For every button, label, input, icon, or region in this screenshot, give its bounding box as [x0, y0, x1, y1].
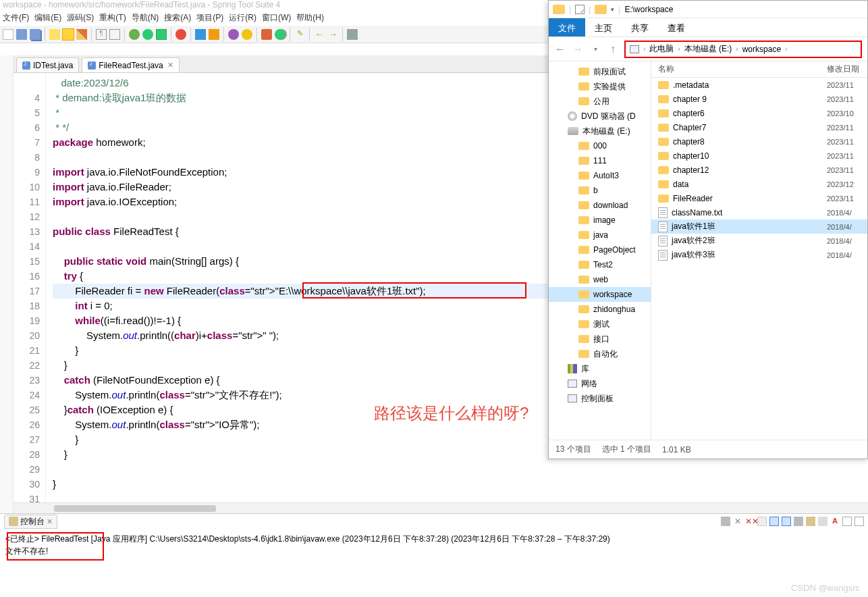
- tree-item[interactable]: 000: [549, 138, 651, 153]
- link-icon[interactable]: [721, 517, 730, 526]
- new-icon[interactable]: [3, 29, 13, 40]
- pin-console-icon[interactable]: [794, 517, 803, 526]
- tree-item[interactable]: 测试: [549, 317, 651, 332]
- fwd-icon[interactable]: →: [327, 29, 338, 40]
- prev-edit-icon[interactable]: ✎: [294, 29, 305, 40]
- stop-icon[interactable]: [261, 29, 272, 40]
- header-date[interactable]: 修改日期: [827, 63, 867, 75]
- nav-up-icon[interactable]: ↑: [607, 43, 619, 55]
- file-item[interactable]: chapter102023/11: [651, 149, 867, 163]
- file-item[interactable]: chapter62023/10: [651, 106, 867, 120]
- console-output[interactable]: <已终止> FileReadTest [Java 应用程序] C:\Users\…: [0, 529, 868, 561]
- code-line[interactable]: }: [53, 477, 855, 492]
- breadcrumb-item[interactable]: 本地磁盘 (E:): [684, 43, 732, 55]
- scroll-lock-icon[interactable]: [769, 517, 779, 526]
- menu-item[interactable]: 运行(R): [229, 13, 256, 22]
- editor-tab[interactable]: IDTest.java: [16, 57, 79, 72]
- toggle-icon[interactable]: [49, 29, 60, 40]
- file-item[interactable]: java软件2班2018/4/: [651, 234, 867, 248]
- console-tab[interactable]: 控制台 ✕: [4, 515, 57, 529]
- file-item[interactable]: chapter 92023/11: [651, 92, 867, 106]
- save-all-icon[interactable]: [30, 29, 40, 40]
- ribbon-home-tab[interactable]: 主页: [585, 18, 622, 36]
- nav-fwd-icon[interactable]: →: [572, 43, 584, 55]
- file-item[interactable]: data2023/12: [651, 177, 867, 191]
- file-list[interactable]: .metadata2023/11chapter 92023/11chapter6…: [651, 78, 867, 440]
- save-icon[interactable]: [16, 29, 27, 40]
- menu-item[interactable]: 编辑(E): [34, 13, 61, 22]
- relaunch-icon[interactable]: [275, 29, 286, 40]
- tree-item[interactable]: PageObject: [549, 242, 651, 257]
- menu-item[interactable]: 重构(T): [99, 13, 126, 22]
- remove-icon[interactable]: ✕: [733, 517, 742, 526]
- code-line[interactable]: [53, 462, 855, 477]
- ribbon-share-tab[interactable]: 共享: [622, 18, 658, 36]
- file-item[interactable]: Chapter72023/11: [651, 120, 867, 134]
- file-item[interactable]: FileReader2023/11: [651, 191, 867, 205]
- tree-item[interactable]: Test2: [549, 257, 651, 272]
- file-item[interactable]: className.txt2018/4/: [651, 205, 867, 219]
- new-pkg-icon[interactable]: [209, 29, 219, 40]
- tree-item[interactable]: download: [549, 198, 651, 213]
- menu-item[interactable]: 帮助(H): [296, 13, 324, 22]
- menu-item[interactable]: 项目(P): [196, 13, 223, 22]
- menu-item[interactable]: 搜索(A): [164, 13, 191, 22]
- tree-item[interactable]: 实验提供: [549, 79, 651, 94]
- address-bar[interactable]: › 此电脑›本地磁盘 (E:)›workspace›: [624, 41, 862, 58]
- minimize-icon[interactable]: [842, 517, 852, 526]
- pin-icon[interactable]: [347, 29, 358, 40]
- open-type-icon[interactable]: [228, 29, 239, 40]
- maximize-icon[interactable]: [855, 517, 864, 526]
- explorer-window[interactable]: | ✓ | ▾ | E:\workspace 文件 主页 共享 查看 ← → ▾…: [548, 0, 868, 459]
- tree-item[interactable]: zhidonghua: [549, 302, 651, 317]
- editor-tab[interactable]: FileReadTest.java✕: [82, 57, 179, 72]
- ribbon-file-tab[interactable]: 文件: [549, 18, 585, 36]
- display-icon[interactable]: [806, 517, 815, 526]
- word-wrap-icon[interactable]: [782, 517, 791, 526]
- menu-item[interactable]: 文件(F): [3, 13, 29, 22]
- file-item[interactable]: java软件1班2018/4/: [651, 219, 867, 234]
- close-icon[interactable]: ✕: [167, 61, 173, 70]
- code-line[interactable]: [53, 492, 855, 502]
- new-class-icon[interactable]: [195, 29, 206, 40]
- breadcrumb-item[interactable]: workspace: [742, 45, 781, 54]
- breadcrumb-item[interactable]: 此电脑: [649, 43, 674, 55]
- file-list-header[interactable]: 名称 修改日期: [651, 61, 867, 78]
- debug-icon[interactable]: [129, 29, 140, 40]
- search-icon[interactable]: [242, 29, 252, 40]
- doc-check-icon[interactable]: ✓: [575, 5, 585, 14]
- tree-item[interactable]: image: [549, 213, 651, 228]
- explorer-tree[interactable]: 前段面试实验提供公用DVD 驱动器 (D本地磁盘 (E:)000111AutoI…: [549, 61, 651, 440]
- tree-item[interactable]: web: [549, 272, 651, 287]
- tree-item[interactable]: b: [549, 183, 651, 198]
- tree-item[interactable]: 接口: [549, 332, 651, 346]
- tree-item[interactable]: workspace: [549, 287, 651, 302]
- tree-item[interactable]: DVD 驱动器 (D: [549, 109, 651, 124]
- explorer-file-pane[interactable]: 名称 修改日期 .metadata2023/11chapter 92023/11…: [651, 61, 867, 440]
- highlight-icon[interactable]: [63, 29, 74, 40]
- show-ws-icon[interactable]: [109, 29, 120, 40]
- tree-item[interactable]: 库: [549, 361, 651, 376]
- horizontal-scrollbar[interactable]: [13, 502, 868, 513]
- tree-item[interactable]: 控制面板: [549, 391, 651, 406]
- file-item[interactable]: java软件3班2018/4/: [651, 248, 867, 262]
- chevron-down-icon[interactable]: ▾: [611, 6, 614, 13]
- tree-item[interactable]: 公用: [549, 94, 651, 109]
- nav-back-icon[interactable]: ←: [554, 43, 566, 55]
- nav-recent-icon[interactable]: ▾: [589, 45, 601, 53]
- menu-item[interactable]: 窗口(W): [262, 13, 291, 22]
- tree-item[interactable]: 自动化: [549, 346, 651, 361]
- run-icon[interactable]: [142, 29, 153, 40]
- menu-item[interactable]: 源码(S): [67, 13, 94, 22]
- back-icon[interactable]: ←: [314, 29, 325, 40]
- ribbon-view-tab[interactable]: 查看: [658, 18, 695, 36]
- close-icon[interactable]: ✕: [47, 517, 53, 526]
- pencil-icon[interactable]: [76, 29, 87, 40]
- tree-item[interactable]: 前段面试: [549, 64, 651, 79]
- paragraph-icon[interactable]: ¶: [96, 29, 107, 40]
- clear-icon[interactable]: [757, 517, 767, 526]
- tree-item[interactable]: 本地磁盘 (E:): [549, 124, 651, 138]
- header-name[interactable]: 名称: [651, 63, 827, 75]
- file-item[interactable]: chapter122023/11: [651, 163, 867, 177]
- tree-item[interactable]: 111: [549, 153, 651, 168]
